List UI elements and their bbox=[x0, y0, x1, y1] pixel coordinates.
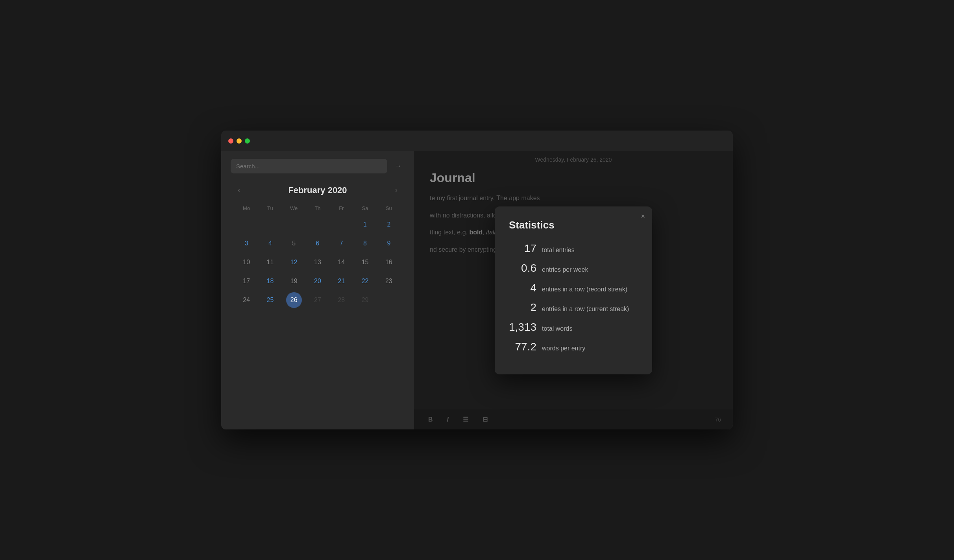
calendar-day[interactable]: 25 bbox=[258, 291, 282, 309]
stat-number: 77.2 bbox=[509, 341, 536, 353]
calendar-header: ‹ February 2020 › bbox=[235, 184, 401, 196]
weekday-label: Th bbox=[306, 204, 329, 213]
search-input[interactable] bbox=[231, 159, 387, 173]
calendar-day[interactable]: 10 bbox=[235, 254, 258, 271]
stat-number: 17 bbox=[509, 242, 536, 255]
calendar-day[interactable]: 21 bbox=[329, 273, 353, 290]
calendar-day[interactable]: 7 bbox=[329, 235, 353, 252]
app-window: → ‹ February 2020 › MoTuWeThFrSaSu 12345… bbox=[221, 131, 733, 429]
minimize-button[interactable] bbox=[237, 138, 242, 144]
prev-month-button[interactable]: ‹ bbox=[235, 184, 243, 196]
stat-label: entries in a row (current streak) bbox=[542, 306, 629, 313]
days-grid: 1234567891011121314151617181920212223242… bbox=[235, 216, 401, 309]
close-button[interactable] bbox=[228, 138, 233, 144]
stat-row: 77.2words per entry bbox=[509, 341, 638, 353]
stat-number: 1,313 bbox=[509, 321, 536, 333]
calendar: ‹ February 2020 › MoTuWeThFrSaSu 1234567… bbox=[231, 184, 405, 309]
calendar-day[interactable]: 15 bbox=[353, 254, 377, 271]
calendar-day[interactable]: 26 bbox=[286, 292, 302, 308]
stat-row: 0.6entries per week bbox=[509, 262, 638, 274]
weekday-label: Sa bbox=[353, 204, 377, 213]
calendar-day bbox=[306, 216, 329, 233]
calendar-day[interactable]: 8 bbox=[353, 235, 377, 252]
calendar-day[interactable]: 6 bbox=[306, 235, 329, 252]
maximize-button[interactable] bbox=[245, 138, 250, 144]
stat-row: 4entries in a row (record streak) bbox=[509, 282, 638, 294]
calendar-day[interactable]: 1 bbox=[353, 216, 377, 233]
calendar-day[interactable]: 17 bbox=[235, 273, 258, 290]
stat-label: total entries bbox=[542, 247, 575, 254]
stats-list: 17total entries0.6entries per week4entri… bbox=[509, 242, 638, 353]
stat-number: 4 bbox=[509, 282, 536, 294]
calendar-day[interactable]: 20 bbox=[306, 273, 329, 290]
right-panel: Wednesday, February 26, 2020 Journal te … bbox=[414, 151, 733, 429]
stat-label: total words bbox=[542, 325, 572, 332]
calendar-day bbox=[282, 216, 306, 233]
calendar-day[interactable]: 28 bbox=[329, 291, 353, 309]
search-arrow[interactable]: → bbox=[391, 160, 405, 173]
stat-number: 2 bbox=[509, 301, 536, 314]
calendar-day[interactable]: 16 bbox=[377, 254, 401, 271]
calendar-day[interactable]: 12 bbox=[282, 254, 306, 271]
stat-number: 0.6 bbox=[509, 262, 536, 274]
calendar-day bbox=[258, 216, 282, 233]
stat-row: 17total entries bbox=[509, 242, 638, 255]
modal-close-button[interactable]: × bbox=[641, 213, 645, 220]
calendar-title: February 2020 bbox=[288, 185, 347, 195]
weekday-label: We bbox=[282, 204, 306, 213]
calendar-day[interactable]: 14 bbox=[329, 254, 353, 271]
stat-label: entries per week bbox=[542, 266, 588, 273]
search-bar: → bbox=[231, 159, 405, 173]
calendar-day[interactable]: 23 bbox=[377, 273, 401, 290]
stat-row: 2entries in a row (current streak) bbox=[509, 301, 638, 314]
weekday-label: Mo bbox=[235, 204, 258, 213]
calendar-day[interactable]: 24 bbox=[235, 291, 258, 309]
calendar-day[interactable]: 22 bbox=[353, 273, 377, 290]
stat-row: 1,313total words bbox=[509, 321, 638, 333]
calendar-day[interactable]: 2 bbox=[377, 216, 401, 233]
calendar-day bbox=[235, 216, 258, 233]
modal-overlay[interactable]: × Statistics 17total entries0.6entries p… bbox=[414, 151, 733, 429]
calendar-day[interactable]: 9 bbox=[377, 235, 401, 252]
statistics-modal: × Statistics 17total entries0.6entries p… bbox=[495, 206, 652, 374]
calendar-day[interactable]: 29 bbox=[353, 291, 377, 309]
sidebar: → ‹ February 2020 › MoTuWeThFrSaSu 12345… bbox=[221, 151, 414, 429]
calendar-day[interactable]: 27 bbox=[306, 291, 329, 309]
modal-title: Statistics bbox=[509, 219, 638, 231]
calendar-day[interactable]: 13 bbox=[306, 254, 329, 271]
next-month-button[interactable]: › bbox=[392, 184, 401, 196]
stat-label: entries in a row (record streak) bbox=[542, 286, 627, 293]
calendar-day[interactable]: 4 bbox=[258, 235, 282, 252]
calendar-day[interactable]: 5 bbox=[282, 235, 306, 252]
stat-label: words per entry bbox=[542, 345, 585, 352]
calendar-day[interactable]: 3 bbox=[235, 235, 258, 252]
weekday-label: Su bbox=[377, 204, 401, 213]
weekdays-row: MoTuWeThFrSaSu bbox=[235, 204, 401, 213]
calendar-day[interactable]: 11 bbox=[258, 254, 282, 271]
calendar-day bbox=[377, 291, 401, 309]
weekday-label: Fr bbox=[329, 204, 353, 213]
calendar-grid: MoTuWeThFrSaSu 1234567891011121314151617… bbox=[235, 204, 401, 309]
calendar-day[interactable]: 18 bbox=[258, 273, 282, 290]
weekday-label: Tu bbox=[258, 204, 282, 213]
titlebar bbox=[221, 131, 733, 151]
calendar-day bbox=[329, 216, 353, 233]
main-content: → ‹ February 2020 › MoTuWeThFrSaSu 12345… bbox=[221, 151, 733, 429]
calendar-day[interactable]: 19 bbox=[282, 273, 306, 290]
